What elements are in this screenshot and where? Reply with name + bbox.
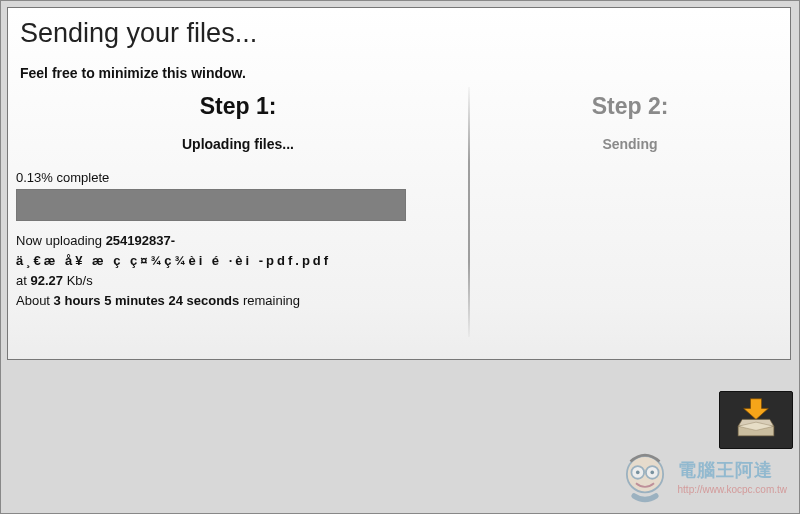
watermark-mascot-icon <box>616 447 674 505</box>
page-root: Sending your files... Feel free to minim… <box>0 0 800 514</box>
dialog-subtitle: Feel free to minimize this window. <box>8 55 790 85</box>
watermark-text: 電腦王阿達 http://www.kocpc.com.tw <box>678 458 787 495</box>
rate-unit: Kb/s <box>63 273 93 288</box>
upload-rate: 92.27 <box>30 273 63 288</box>
watermark-title: 電腦王阿達 <box>678 458 787 482</box>
svg-marker-0 <box>744 399 769 420</box>
step-2-panel: Step 2: Sending <box>470 85 790 345</box>
step-1-subtitle: Uploading files... <box>20 136 456 152</box>
upload-remaining: 3 hours 5 minutes 24 seconds <box>54 293 240 308</box>
rate-prefix: at <box>16 273 30 288</box>
dialog-title: Sending your files... <box>8 8 790 55</box>
upload-dialog: Sending your files... Feel free to minim… <box>7 7 791 360</box>
svg-point-7 <box>635 471 639 475</box>
remaining-prefix: About <box>16 293 54 308</box>
upload-filename: ä¸€æ å¥ æ ç ç¤¾ç¾èi é ·èi -pdf.pdf <box>16 253 331 268</box>
upload-info: Now uploading 254192837- ä¸€æ å¥ æ ç ç¤¾… <box>16 231 456 312</box>
upload-filename-id: 254192837- <box>106 233 175 248</box>
download-box-icon <box>734 396 778 444</box>
step-1-title: Step 1: <box>20 93 456 120</box>
download-widget-button[interactable] <box>719 391 793 449</box>
upload-progress-fill <box>17 190 405 220</box>
step-1-panel: Step 1: Uploading files... 0.13% complet… <box>8 85 468 345</box>
steps-container: Step 1: Uploading files... 0.13% complet… <box>8 85 790 345</box>
upload-progress-bar <box>16 189 406 221</box>
watermark-url: http://www.kocpc.com.tw <box>678 484 787 495</box>
step-2-subtitle: Sending <box>482 136 778 152</box>
watermark: 電腦王阿達 http://www.kocpc.com.tw <box>616 447 787 505</box>
remaining-suffix: remaining <box>239 293 300 308</box>
upload-percent-label: 0.13% complete <box>16 170 456 185</box>
step-2-title: Step 2: <box>482 93 778 120</box>
now-uploading-label: Now uploading <box>16 233 106 248</box>
svg-point-8 <box>650 471 654 475</box>
